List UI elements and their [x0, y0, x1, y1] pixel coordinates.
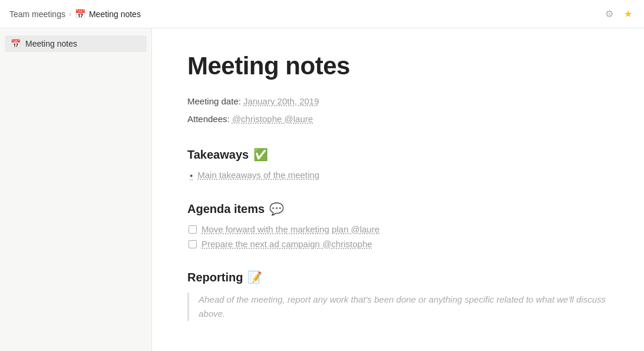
takeaways-emoji: ✅ [253, 147, 268, 162]
takeaways-heading-text: Takeaways [187, 148, 249, 162]
sidebar-calendar-icon: 📅 [11, 39, 21, 48]
sidebar: 📅 Meeting notes [0, 28, 152, 351]
list-item[interactable]: • Main takeaways of the meeting [190, 170, 609, 181]
list-item[interactable]: Prepare the next ad campaign @christophe [189, 239, 609, 249]
breadcrumb: Team meetings › 📅 Meeting notes [9, 9, 141, 19]
bullet-dot: • [190, 170, 193, 181]
reporting-emoji: 📝 [247, 270, 262, 284]
sidebar-item-label: Meeting notes [25, 39, 77, 48]
settings-button[interactable]: ⚙ [603, 6, 616, 22]
top-bar-actions: ⚙ ★ [603, 6, 635, 22]
takeaways-section: Takeaways ✅ • Main takeaways of the meet… [187, 147, 609, 181]
top-bar: Team meetings › 📅 Meeting notes ⚙ ★ [0, 0, 644, 28]
calendar-icon: 📅 [75, 9, 86, 19]
takeaway-item-text: Main takeaways of the meeting [197, 170, 319, 180]
agenda-section: Agenda items 💬 Move forward with the mar… [187, 202, 609, 249]
attendees-row: Attendees: @christophe @laure [187, 112, 609, 126]
agenda-heading: Agenda items 💬 [187, 202, 609, 216]
agenda-item-2-text: Prepare the next ad campaign @christophe [202, 239, 372, 249]
breadcrumb-separator: › [69, 10, 71, 18]
content-area: Meeting notes Meeting date: January 20th… [152, 28, 644, 351]
attendees-value[interactable]: @christophe @laure [232, 114, 313, 124]
agenda-emoji: 💬 [269, 202, 284, 216]
sidebar-item-meeting-notes[interactable]: 📅 Meeting notes [5, 35, 147, 52]
list-item[interactable]: Move forward with the marketing plan @la… [189, 224, 609, 234]
reporting-heading: Reporting 📝 [187, 270, 609, 284]
reporting-heading-text: Reporting [187, 271, 243, 284]
reporting-section: Reporting 📝 Ahead of the meeting, report… [187, 270, 609, 321]
breadcrumb-current-label: Meeting notes [89, 9, 141, 19]
meeting-date-label: Meeting date: [187, 96, 241, 106]
reporting-block: Ahead of the meeting, report any work th… [187, 293, 609, 321]
takeaways-heading: Takeaways ✅ [187, 147, 609, 162]
meeting-date-row: Meeting date: January 20th, 2019 [187, 94, 609, 109]
meeting-date-value[interactable]: January 20th, 2019 [243, 96, 319, 106]
agenda-item-1-text: Move forward with the marketing plan @la… [202, 224, 379, 234]
checkbox-1[interactable] [189, 225, 197, 234]
breadcrumb-current: 📅 Meeting notes [75, 9, 141, 19]
agenda-heading-text: Agenda items [187, 202, 265, 216]
agenda-checklist: Move forward with the marketing plan @la… [187, 224, 609, 249]
page-title: Meeting notes [187, 52, 609, 80]
star-button[interactable]: ★ [622, 6, 635, 22]
attendees-label: Attendees: [187, 114, 230, 124]
breadcrumb-parent[interactable]: Team meetings [9, 9, 65, 19]
reporting-placeholder[interactable]: Ahead of the meeting, report any work th… [199, 293, 609, 321]
checkbox-2[interactable] [189, 240, 197, 248]
takeaways-list: • Main takeaways of the meeting [187, 170, 609, 181]
main-layout: 📅 Meeting notes Meeting notes Meeting da… [0, 28, 644, 351]
